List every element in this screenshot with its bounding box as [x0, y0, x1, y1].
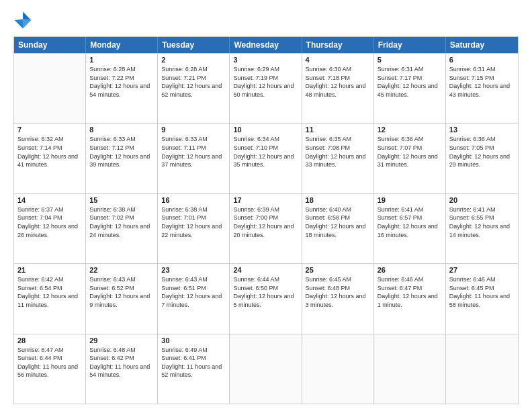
cal-week: 1Sunrise: 6:28 AMSunset: 7:22 PMDaylight…	[14, 53, 518, 123]
day-info: Sunrise: 6:49 AMSunset: 6:41 PMDaylight:…	[161, 346, 226, 379]
day-info: Sunrise: 6:41 AMSunset: 6:57 PMDaylight:…	[378, 205, 442, 239]
day-number: 8	[89, 126, 154, 134]
day-number: 19	[378, 196, 442, 204]
day-info: Sunrise: 6:47 AMSunset: 6:44 PMDaylight:…	[17, 346, 82, 379]
day-number: 29	[89, 336, 154, 345]
cal-cell	[374, 334, 446, 404]
cal-cell: 11Sunrise: 6:35 AMSunset: 7:08 PMDayligh…	[302, 124, 374, 193]
day-number: 16	[161, 196, 226, 204]
cal-cell: 29Sunrise: 6:48 AMSunset: 6:42 PMDayligh…	[86, 334, 158, 404]
cal-header-cell: Saturday	[446, 37, 518, 53]
cal-cell	[230, 334, 302, 404]
cal-cell: 24Sunrise: 6:44 AMSunset: 6:50 PMDayligh…	[230, 264, 302, 333]
cal-cell	[14, 54, 86, 123]
cal-week: 14Sunrise: 6:37 AMSunset: 7:04 PMDayligh…	[14, 193, 518, 263]
day-info: Sunrise: 6:37 AMSunset: 7:04 PMDaylight:…	[17, 205, 82, 239]
logo	[13, 11, 35, 30]
day-number: 11	[306, 126, 370, 134]
day-info: Sunrise: 6:46 AMSunset: 6:47 PMDaylight:…	[378, 275, 442, 309]
cal-header-cell: Tuesday	[158, 37, 230, 53]
cal-cell: 6Sunrise: 6:31 AMSunset: 7:15 PMDaylight…	[446, 54, 518, 123]
day-number: 6	[449, 56, 515, 64]
cal-week: 21Sunrise: 6:42 AMSunset: 6:54 PMDayligh…	[14, 263, 518, 333]
day-info: Sunrise: 6:48 AMSunset: 6:42 PMDaylight:…	[89, 346, 154, 379]
cal-cell: 16Sunrise: 6:38 AMSunset: 7:01 PMDayligh…	[158, 194, 230, 263]
svg-marker-1	[23, 19, 31, 28]
cal-cell: 20Sunrise: 6:41 AMSunset: 6:55 PMDayligh…	[446, 194, 518, 263]
day-number: 25	[306, 266, 370, 274]
cal-cell: 28Sunrise: 6:47 AMSunset: 6:44 PMDayligh…	[14, 334, 86, 404]
day-info: Sunrise: 6:28 AMSunset: 7:21 PMDaylight:…	[161, 65, 226, 99]
day-info: Sunrise: 6:38 AMSunset: 7:01 PMDaylight:…	[161, 205, 226, 239]
day-info: Sunrise: 6:33 AMSunset: 7:12 PMDaylight:…	[89, 135, 154, 169]
cal-cell: 15Sunrise: 6:38 AMSunset: 7:02 PMDayligh…	[86, 194, 158, 263]
day-info: Sunrise: 6:43 AMSunset: 6:52 PMDaylight:…	[89, 275, 154, 309]
cal-header-cell: Sunday	[14, 37, 86, 53]
cal-cell: 13Sunrise: 6:36 AMSunset: 7:05 PMDayligh…	[446, 124, 518, 193]
day-info: Sunrise: 6:31 AMSunset: 7:17 PMDaylight:…	[378, 65, 442, 99]
day-number: 9	[161, 126, 226, 134]
day-number: 26	[378, 266, 442, 274]
day-info: Sunrise: 6:41 AMSunset: 6:55 PMDaylight:…	[449, 205, 515, 239]
day-info: Sunrise: 6:38 AMSunset: 7:02 PMDaylight:…	[89, 205, 154, 239]
logo-icon	[13, 11, 32, 30]
cal-header-cell: Wednesday	[230, 37, 302, 53]
cal-week: 28Sunrise: 6:47 AMSunset: 6:44 PMDayligh…	[14, 334, 518, 404]
day-number: 1	[89, 56, 154, 64]
day-info: Sunrise: 6:34 AMSunset: 7:10 PMDaylight:…	[233, 135, 298, 169]
calendar-body: 1Sunrise: 6:28 AMSunset: 7:22 PMDaylight…	[14, 53, 518, 404]
calendar-header-row: SundayMondayTuesdayWednesdayThursdayFrid…	[14, 37, 518, 53]
day-info: Sunrise: 6:33 AMSunset: 7:11 PMDaylight:…	[161, 135, 226, 169]
cal-cell: 7Sunrise: 6:32 AMSunset: 7:14 PMDaylight…	[14, 124, 86, 193]
day-number: 20	[449, 196, 515, 204]
cal-cell: 8Sunrise: 6:33 AMSunset: 7:12 PMDaylight…	[86, 124, 158, 193]
day-info: Sunrise: 6:43 AMSunset: 6:51 PMDaylight:…	[161, 275, 226, 309]
page: SundayMondayTuesdayWednesdayThursdayFrid…	[0, 0, 532, 411]
day-number: 17	[233, 196, 298, 204]
day-number: 5	[378, 56, 442, 64]
cal-cell: 14Sunrise: 6:37 AMSunset: 7:04 PMDayligh…	[14, 194, 86, 263]
day-number: 15	[89, 196, 154, 204]
cal-header-cell: Thursday	[302, 37, 374, 53]
day-info: Sunrise: 6:40 AMSunset: 6:58 PMDaylight:…	[306, 205, 370, 239]
day-number: 24	[233, 266, 298, 274]
day-info: Sunrise: 6:42 AMSunset: 6:54 PMDaylight:…	[17, 275, 82, 309]
day-number: 7	[17, 126, 82, 134]
day-number: 3	[233, 56, 298, 64]
day-info: Sunrise: 6:32 AMSunset: 7:14 PMDaylight:…	[17, 135, 82, 169]
day-number: 18	[306, 196, 370, 204]
cal-cell: 22Sunrise: 6:43 AMSunset: 6:52 PMDayligh…	[86, 264, 158, 333]
day-info: Sunrise: 6:31 AMSunset: 7:15 PMDaylight:…	[449, 65, 515, 99]
cal-cell: 26Sunrise: 6:46 AMSunset: 6:47 PMDayligh…	[374, 264, 446, 333]
cal-cell: 17Sunrise: 6:39 AMSunset: 7:00 PMDayligh…	[230, 194, 302, 263]
cal-cell	[446, 334, 518, 404]
cal-cell: 3Sunrise: 6:29 AMSunset: 7:19 PMDaylight…	[230, 54, 302, 123]
day-number: 4	[306, 56, 370, 64]
day-info: Sunrise: 6:36 AMSunset: 7:07 PMDaylight:…	[378, 135, 442, 169]
day-info: Sunrise: 6:29 AMSunset: 7:19 PMDaylight:…	[233, 65, 298, 99]
calendar: SundayMondayTuesdayWednesdayThursdayFrid…	[13, 36, 519, 404]
cal-cell: 4Sunrise: 6:30 AMSunset: 7:18 PMDaylight…	[302, 54, 374, 123]
day-info: Sunrise: 6:35 AMSunset: 7:08 PMDaylight:…	[306, 135, 370, 169]
cal-cell: 5Sunrise: 6:31 AMSunset: 7:17 PMDaylight…	[374, 54, 446, 123]
cal-cell: 12Sunrise: 6:36 AMSunset: 7:07 PMDayligh…	[374, 124, 446, 193]
day-number: 14	[17, 196, 82, 204]
cal-cell: 1Sunrise: 6:28 AMSunset: 7:22 PMDaylight…	[86, 54, 158, 123]
header	[13, 11, 519, 30]
cal-cell: 19Sunrise: 6:41 AMSunset: 6:57 PMDayligh…	[374, 194, 446, 263]
day-info: Sunrise: 6:30 AMSunset: 7:18 PMDaylight:…	[306, 65, 370, 99]
day-info: Sunrise: 6:39 AMSunset: 7:00 PMDaylight:…	[233, 205, 298, 239]
day-number: 30	[161, 336, 226, 345]
cal-week: 7Sunrise: 6:32 AMSunset: 7:14 PMDaylight…	[14, 123, 518, 193]
cal-cell: 21Sunrise: 6:42 AMSunset: 6:54 PMDayligh…	[14, 264, 86, 333]
day-info: Sunrise: 6:28 AMSunset: 7:22 PMDaylight:…	[89, 65, 154, 99]
day-number: 13	[449, 126, 515, 134]
cal-cell	[302, 334, 374, 404]
day-info: Sunrise: 6:45 AMSunset: 6:48 PMDaylight:…	[306, 275, 370, 309]
day-info: Sunrise: 6:36 AMSunset: 7:05 PMDaylight:…	[449, 135, 515, 169]
day-number: 23	[161, 266, 226, 274]
cal-cell: 23Sunrise: 6:43 AMSunset: 6:51 PMDayligh…	[158, 264, 230, 333]
cal-cell: 10Sunrise: 6:34 AMSunset: 7:10 PMDayligh…	[230, 124, 302, 193]
cal-cell: 18Sunrise: 6:40 AMSunset: 6:58 PMDayligh…	[302, 194, 374, 263]
day-number: 10	[233, 126, 298, 134]
